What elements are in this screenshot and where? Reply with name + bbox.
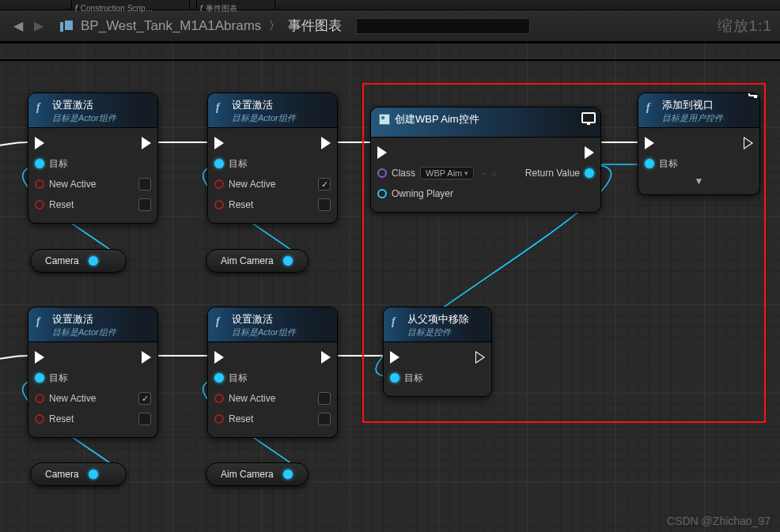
exec-in-pin[interactable] (35, 351, 44, 364)
exec-in-pin[interactable] (645, 137, 654, 149)
var-output-pin[interactable] (89, 256, 98, 266)
class-pin[interactable] (377, 168, 387, 178)
exec-out-pin[interactable] (321, 137, 331, 149)
node-set-active-2[interactable]: 设置激活 目标是Actor组件 目标 New Active✓ Reset (207, 92, 338, 224)
node-title: 创建WBP Aim控件 (395, 112, 479, 126)
new-active-pin[interactable] (214, 179, 224, 189)
function-icon (216, 314, 227, 325)
new-active-pin[interactable] (35, 179, 44, 189)
new-active-pin[interactable] (214, 394, 224, 403)
target-pin[interactable] (214, 373, 224, 383)
exec-out-pin[interactable] (744, 137, 753, 149)
exec-out-pin[interactable] (475, 351, 485, 364)
function-icon (36, 314, 47, 325)
chevron-right-icon: 〉 (269, 19, 280, 33)
blueprint-icon (60, 21, 74, 32)
reset-checkbox[interactable] (138, 413, 151, 425)
widget-icon (379, 114, 390, 125)
class-nav-icon[interactable]: ← ⌕ (480, 168, 497, 178)
breadcrumb-graph[interactable]: 事件图表 (288, 17, 342, 35)
target-pin[interactable] (35, 373, 44, 383)
node-add-to-viewport[interactable]: 添加到视口 目标是用户控件 目标 ▼ (638, 92, 760, 195)
node-set-active-4[interactable]: 设置激活 目标是Actor组件 目标 New Active Reset (207, 307, 338, 438)
function-icon (646, 100, 657, 111)
screen-icon (581, 112, 596, 123)
node-set-active-3[interactable]: 设置激活 目标是Actor组件 目标 New Active✓ Reset (28, 307, 158, 438)
exec-in-pin[interactable] (214, 137, 224, 149)
reset-pin[interactable] (214, 200, 224, 209)
reset-pin[interactable] (214, 414, 224, 424)
new-active-pin[interactable] (35, 394, 44, 403)
target-pin[interactable] (645, 159, 654, 168)
history-dropdown[interactable] (356, 18, 530, 34)
exec-in-pin[interactable] (377, 146, 387, 159)
exec-in-pin[interactable] (390, 351, 399, 364)
class-selector[interactable]: WBP Aim▾ (420, 167, 474, 179)
var-aim-camera-2[interactable]: Aim Camera (206, 462, 309, 486)
var-output-pin[interactable] (283, 470, 293, 479)
owning-player-pin[interactable] (377, 189, 387, 198)
exec-out-pin[interactable] (321, 351, 331, 364)
function-icon (36, 100, 47, 111)
reset-checkbox[interactable] (138, 198, 151, 211)
breadcrumb-bar: ◀ ▶ BP_West_Tank_M1A1Abrams 〉 事件图表 缩放1:1 (0, 10, 780, 42)
function-icon (392, 314, 403, 325)
target-pin[interactable] (214, 159, 224, 168)
nav-back-icon[interactable]: ◀ (8, 16, 28, 36)
new-active-checkbox[interactable]: ✓ (318, 178, 331, 191)
new-active-checkbox[interactable] (138, 178, 151, 191)
new-active-checkbox[interactable]: ✓ (138, 392, 151, 405)
node-title: 设置激活 (52, 98, 116, 112)
exec-out-pin[interactable] (142, 351, 151, 364)
new-active-checkbox[interactable] (318, 392, 331, 405)
nav-fwd-icon[interactable]: ▶ (28, 16, 49, 36)
reset-checkbox[interactable] (318, 413, 331, 425)
reset-checkbox[interactable] (318, 198, 331, 211)
node-create-widget[interactable]: 创建WBP Aim控件 Class WBP Aim▾ ← ⌕ Return Va… (370, 107, 601, 213)
var-output-pin[interactable] (283, 256, 293, 266)
var-camera-1[interactable]: Camera (30, 249, 127, 273)
exec-out-pin[interactable] (585, 146, 594, 159)
reset-pin[interactable] (35, 414, 44, 424)
function-icon (216, 100, 227, 111)
reset-pin[interactable] (35, 200, 44, 209)
exec-in-pin[interactable] (35, 137, 44, 149)
expand-icon[interactable]: ▼ (645, 174, 753, 187)
var-camera-2[interactable]: Camera (30, 462, 127, 486)
screen-icon (748, 92, 760, 96)
node-set-active-1[interactable]: 设置激活 目标是Actor组件 目标 New Active Reset (28, 92, 158, 224)
target-pin[interactable] (35, 159, 44, 168)
exec-in-pin[interactable] (214, 351, 224, 364)
breadcrumb-blueprint[interactable]: BP_West_Tank_M1A1Abrams (81, 18, 261, 34)
return-value-pin[interactable] (585, 168, 594, 178)
var-output-pin[interactable] (89, 470, 98, 479)
target-pin[interactable] (390, 373, 399, 383)
node-subtitle: 目标是Actor组件 (52, 112, 116, 124)
var-aim-camera-1[interactable]: Aim Camera (206, 249, 309, 273)
graph-canvas[interactable]: 设置激活 目标是Actor组件 目标 New Active Reset 设置激活… (0, 42, 780, 532)
exec-out-pin[interactable] (142, 137, 151, 149)
node-remove-from-parent[interactable]: 从父项中移除 目标是控件 目标 (383, 307, 492, 397)
watermark: CSDN @Zhichao_97 (667, 515, 771, 527)
zoom-indicator: 缩放1:1 (718, 16, 772, 36)
